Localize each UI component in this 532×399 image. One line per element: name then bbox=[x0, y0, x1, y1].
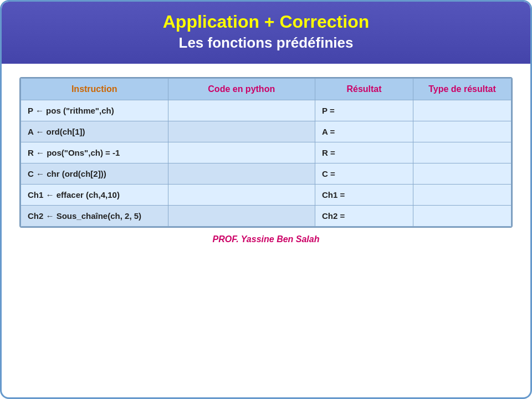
table-row: A ← ord(ch[1])A = bbox=[21, 121, 511, 142]
content-area: Instruction Code en python Résultat Type… bbox=[2, 64, 530, 397]
cell-type-1 bbox=[413, 121, 511, 142]
col-header-instruction: Instruction bbox=[21, 79, 168, 100]
table-body: P ← pos ("rithme",ch)P =A ← ord(ch[1])A … bbox=[21, 100, 511, 227]
cell-resultat-0: P = bbox=[315, 100, 413, 121]
cell-instruction-2: R ← pos("Ons",ch) = -1 bbox=[21, 142, 168, 163]
cell-type-0 bbox=[413, 100, 511, 121]
cell-instruction-3: C ← chr (ord(ch[2])) bbox=[21, 163, 168, 185]
cell-code-0 bbox=[168, 100, 315, 121]
footer-text: PROF. Yassine Ben Salah bbox=[213, 234, 320, 244]
cell-instruction-4: Ch1 ← effacer (ch,4,10) bbox=[21, 185, 168, 206]
cell-code-4 bbox=[168, 185, 315, 206]
col-header-resultat: Résultat bbox=[315, 79, 413, 100]
header: Application + Correction Les fonctions p… bbox=[2, 2, 530, 64]
header-title-line2: Les fonctions prédéfinies bbox=[13, 34, 519, 52]
main-table-container: Instruction Code en python Résultat Type… bbox=[19, 77, 513, 228]
cell-resultat-2: R = bbox=[315, 142, 413, 163]
cell-type-3 bbox=[413, 163, 511, 185]
cell-code-5 bbox=[168, 206, 315, 227]
col-header-code: Code en python bbox=[168, 79, 315, 100]
cell-code-1 bbox=[168, 121, 315, 142]
cell-instruction-0: P ← pos ("rithme",ch) bbox=[21, 100, 168, 121]
slide: Application + Correction Les fonctions p… bbox=[0, 0, 532, 399]
table-row: Ch1 ← effacer (ch,4,10)Ch1 = bbox=[21, 185, 511, 206]
table-row: R ← pos("Ons",ch) = -1R = bbox=[21, 142, 511, 163]
cell-resultat-4: Ch1 = bbox=[315, 185, 413, 206]
cell-resultat-5: Ch2 = bbox=[315, 206, 413, 227]
table-header-row: Instruction Code en python Résultat Type… bbox=[21, 79, 511, 100]
cell-code-3 bbox=[168, 163, 315, 185]
header-title-line1: Application + Correction bbox=[13, 12, 519, 32]
cell-code-2 bbox=[168, 142, 315, 163]
cell-type-4 bbox=[413, 185, 511, 206]
cell-instruction-1: A ← ord(ch[1]) bbox=[21, 121, 168, 142]
cell-instruction-5: Ch2 ← Sous_chaîne(ch, 2, 5) bbox=[21, 206, 168, 227]
table-row: Ch2 ← Sous_chaîne(ch, 2, 5)Ch2 = bbox=[21, 206, 511, 227]
cell-type-5 bbox=[413, 206, 511, 227]
cell-type-2 bbox=[413, 142, 511, 163]
table-row: C ← chr (ord(ch[2]))C = bbox=[21, 163, 511, 185]
col-header-type: Type de résultat bbox=[413, 79, 511, 100]
cell-resultat-3: C = bbox=[315, 163, 413, 185]
cell-resultat-1: A = bbox=[315, 121, 413, 142]
main-table: Instruction Code en python Résultat Type… bbox=[21, 78, 511, 227]
table-row: P ← pos ("rithme",ch)P = bbox=[21, 100, 511, 121]
